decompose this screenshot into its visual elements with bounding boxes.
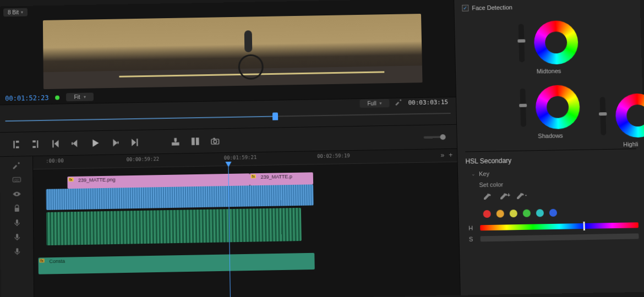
zoom-fit-selector[interactable]: Fit ▾ — [66, 92, 93, 101]
hue-range-slider[interactable] — [480, 222, 638, 230]
color-swatch-blue[interactable] — [549, 209, 557, 217]
wrench-icon[interactable] — [12, 161, 21, 170]
extract-button[interactable] — [190, 136, 200, 146]
highlights-label: Highli — [623, 141, 638, 147]
mic-icon[interactable] — [12, 218, 21, 227]
mark-in-button[interactable] — [11, 139, 21, 149]
svg-rect-9 — [15, 219, 18, 224]
lock-icon[interactable] — [12, 204, 21, 213]
audio-clip[interactable] — [46, 208, 302, 245]
chevron-down-icon: ▾ — [21, 10, 23, 15]
fx-badge: fx — [250, 174, 256, 178]
chevron-down-icon: ⌄ — [471, 171, 476, 177]
scrubber-playhead-icon[interactable] — [272, 113, 278, 120]
out-timecode[interactable]: 00:03:03:15 — [408, 98, 448, 106]
mic-icon[interactable] — [13, 233, 21, 241]
shadows-luma-slider[interactable] — [520, 89, 526, 127]
svg-rect-1 — [192, 138, 195, 145]
cc-icon[interactable]: CC — [12, 175, 21, 184]
hue-label: H — [467, 224, 474, 231]
export-frame-button[interactable] — [210, 136, 220, 146]
eyedropper-icon[interactable] — [483, 194, 492, 202]
timeline-tracks[interactable]: fx 239_MATTE.png fx 239_MATTE.p fx Const… — [33, 162, 460, 297]
step-back-button[interactable] — [70, 138, 80, 148]
resolution-selector[interactable]: Full ▾ — [359, 99, 389, 108]
svg-rect-11 — [16, 248, 18, 252]
video-viewport[interactable] — [43, 14, 423, 89]
eyedropper-add-icon[interactable] — [499, 193, 508, 202]
program-monitor: 8 Bit ▾ 00:01:52:23 Fit ▾ — [0, 0, 456, 105]
step-forward-button[interactable] — [110, 138, 120, 147]
timeline-panel: CC » + :00:00 00:00:59:22 00:01:59:21 00… — [0, 148, 460, 297]
lift-button[interactable] — [171, 136, 181, 146]
mark-out-button[interactable] — [31, 139, 41, 148]
clip-label: 239_MATTE.p — [260, 174, 292, 180]
audio-clip[interactable]: fx Consta — [38, 253, 315, 274]
ruler-tick: 00:02:59:19 — [317, 153, 350, 159]
midtones-color-wheel[interactable] — [533, 20, 578, 65]
svg-text:CC: CC — [14, 179, 19, 182]
saturation-range-slider[interactable] — [481, 233, 639, 241]
color-swatch-green[interactable] — [523, 210, 531, 217]
svg-rect-0 — [172, 142, 179, 145]
key-label: Key — [479, 170, 489, 177]
mic-icon[interactable] — [13, 247, 21, 256]
play-button[interactable] — [90, 138, 100, 148]
bitdepth-label: 8 Bit — [8, 9, 19, 15]
go-to-out-button[interactable] — [130, 137, 140, 147]
zoom-slider[interactable] — [424, 136, 446, 139]
timeline-track-controls: CC — [0, 156, 34, 297]
shadows-color-wheel[interactable] — [535, 85, 580, 129]
video-clip[interactable]: fx 239_MATTE.p — [249, 172, 313, 185]
color-swatch-cyan[interactable] — [536, 209, 544, 217]
clip-label: Consta — [49, 258, 65, 265]
resolution-label: Full — [367, 100, 376, 106]
bitdepth-selector[interactable]: 8 Bit ▾ — [3, 8, 28, 17]
video-clip[interactable] — [46, 184, 314, 210]
ruler-tick: :00:00 — [46, 158, 64, 164]
color-swatch-yellow[interactable] — [510, 210, 517, 217]
set-color-label: Set color — [479, 181, 503, 188]
highlights-color-wheel[interactable] — [615, 94, 644, 138]
saturation-label: S — [467, 236, 475, 243]
fx-badge: fx — [39, 258, 45, 262]
color-swatch-orange[interactable] — [496, 210, 504, 217]
color-swatch-red[interactable] — [483, 210, 491, 218]
lumetri-color-panel: ✓ Face Detection Midtones Shadows — [454, 0, 644, 295]
cache-indicator-icon — [56, 95, 60, 100]
shadows-label: Shadows — [538, 132, 563, 139]
ruler-tick: 00:00:59:22 — [127, 156, 160, 162]
svg-rect-2 — [196, 138, 199, 145]
video-frame-content — [232, 30, 266, 80]
svg-rect-8 — [14, 208, 19, 212]
chevron-down-icon: ▾ — [84, 95, 86, 100]
eyedropper-subtract-icon[interactable] — [516, 193, 525, 202]
midtones-label: Midtones — [537, 68, 561, 75]
fit-label: Fit — [74, 94, 80, 100]
midtones-luma-slider[interactable] — [518, 24, 525, 63]
in-timecode[interactable]: 00:01:52:23 — [5, 94, 48, 102]
clip-label: 239_MATTE.png — [78, 177, 116, 183]
highlights-luma-slider[interactable] — [600, 97, 607, 135]
chevron-down-icon: ▾ — [379, 101, 381, 106]
svg-point-4 — [214, 140, 217, 143]
add-button-icon[interactable]: + — [449, 151, 452, 159]
checkbox-checked-icon: ✓ — [462, 5, 468, 12]
ruler-tick: 00:01:59:21 — [224, 155, 257, 161]
face-detection-label: Face Detection — [472, 4, 512, 11]
scrubber-fill — [6, 116, 273, 122]
fx-badge: fx — [68, 178, 74, 182]
expand-icon[interactable]: » — [440, 151, 444, 159]
go-to-in-button[interactable] — [51, 139, 61, 148]
settings-wrench-icon[interactable] — [395, 98, 402, 107]
svg-rect-5 — [213, 138, 215, 139]
svg-rect-10 — [16, 234, 18, 238]
eye-icon[interactable] — [12, 190, 21, 199]
